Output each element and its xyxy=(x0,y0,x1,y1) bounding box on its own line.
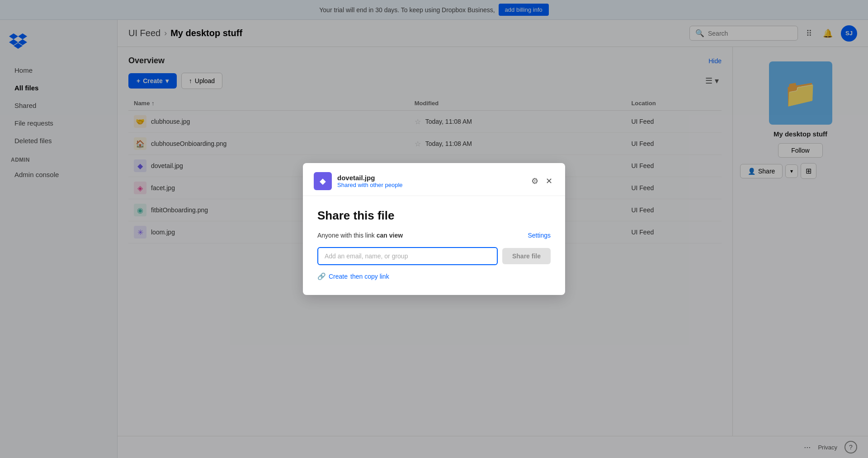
email-input-row: Share file xyxy=(317,247,551,265)
link-icon: 🔗 xyxy=(317,272,326,280)
modal-file-icon: ◆ xyxy=(314,172,332,190)
modal-close-button[interactable]: ✕ xyxy=(544,174,554,188)
modal-settings-button[interactable]: ⚙ xyxy=(529,174,540,188)
modal-body: Share this file Anyone with this link ca… xyxy=(303,196,565,295)
modal-overlay: ◆ dovetail.jpg Shared with other people … xyxy=(0,0,868,458)
modal-header-actions: ⚙ ✕ xyxy=(529,174,554,188)
modal-header: ◆ dovetail.jpg Shared with other people … xyxy=(303,163,565,196)
share-modal: ◆ dovetail.jpg Shared with other people … xyxy=(303,163,565,295)
email-input[interactable] xyxy=(317,247,498,265)
modal-shared-status: Shared with other people xyxy=(337,182,524,188)
create-link-text[interactable]: Create xyxy=(329,273,348,280)
modal-title: Share this file xyxy=(317,209,551,223)
settings-link-button[interactable]: Settings xyxy=(528,232,551,239)
file-type-icon: ◆ xyxy=(320,176,326,186)
copy-link-suffix: then copy link xyxy=(350,273,389,280)
link-permission-text: Anyone with this link can view xyxy=(317,232,403,239)
link-permission-row: Anyone with this link can view Settings xyxy=(317,232,551,239)
copy-link-row: 🔗 Create then copy link xyxy=(317,272,551,280)
modal-file-info: dovetail.jpg Shared with other people xyxy=(337,174,524,188)
share-file-button[interactable]: Share file xyxy=(502,248,551,264)
modal-file-name: dovetail.jpg xyxy=(337,174,524,182)
